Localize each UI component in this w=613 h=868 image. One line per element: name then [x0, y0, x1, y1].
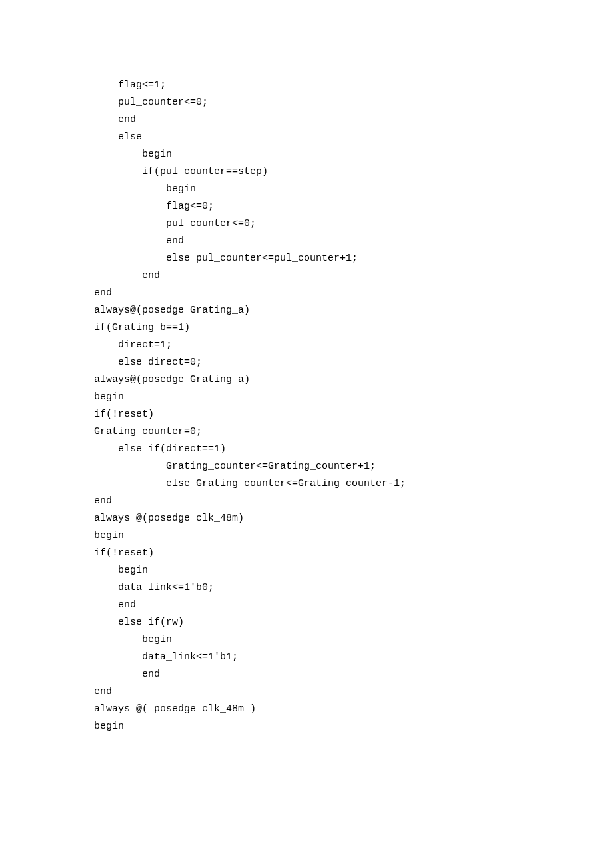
- code-line: end: [94, 285, 613, 302]
- code-line: pul_counter<=0;: [94, 215, 613, 233]
- code-line: flag<=1;: [94, 77, 613, 94]
- code-line: always@(posedge Grating_a): [94, 302, 613, 319]
- code-line: if(!reset): [94, 545, 613, 562]
- code-line: begin: [94, 146, 613, 163]
- code-line: pul_counter<=0;: [94, 94, 613, 111]
- code-line: data_link<=1'b0;: [94, 579, 613, 597]
- code-page: flag<=1; pul_counter<=0; end else begin …: [0, 0, 613, 868]
- code-line: always @(posedge clk_48m): [94, 510, 613, 527]
- code-line: else if(direct==1): [94, 441, 613, 458]
- code-line: if(!reset): [94, 406, 613, 423]
- code-line: begin: [94, 527, 613, 545]
- code-line: begin: [94, 389, 613, 406]
- code-line: always@(posedge Grating_a): [94, 371, 613, 389]
- code-line: else Grating_counter<=Grating_counter-1;: [94, 475, 613, 493]
- code-line: end: [94, 233, 613, 250]
- code-line: else: [94, 129, 613, 146]
- code-line: end: [94, 597, 613, 614]
- code-line: Grating_counter<=Grating_counter+1;: [94, 458, 613, 475]
- code-line: else pul_counter<=pul_counter+1;: [94, 250, 613, 267]
- code-line: always @( posedge clk_48m ): [94, 701, 613, 718]
- code-line: begin: [94, 562, 613, 579]
- code-line: else direct=0;: [94, 354, 613, 371]
- code-line: end: [94, 493, 613, 510]
- code-line: end: [94, 267, 613, 285]
- code-line: flag<=0;: [94, 198, 613, 215]
- code-line: if(pul_counter==step): [94, 163, 613, 181]
- code-line: begin: [94, 718, 613, 735]
- code-line: else if(rw): [94, 614, 613, 631]
- code-line: end: [94, 111, 613, 129]
- code-line: direct=1;: [94, 337, 613, 354]
- code-line: data_link<=1'b1;: [94, 649, 613, 666]
- code-line: end: [94, 683, 613, 701]
- code-line: end: [94, 666, 613, 683]
- code-line: Grating_counter=0;: [94, 423, 613, 441]
- code-line: if(Grating_b==1): [94, 319, 613, 337]
- code-line: begin: [94, 181, 613, 198]
- code-line: begin: [94, 631, 613, 649]
